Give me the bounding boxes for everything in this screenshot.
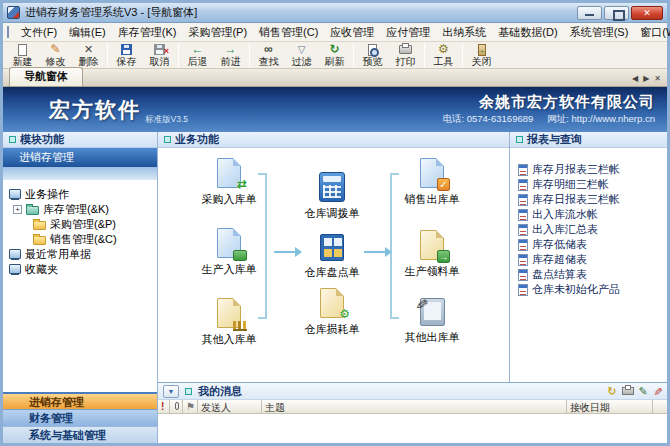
folder-icon [33,236,46,245]
report-icon [518,224,528,236]
company-phone: 电话: 0574-63169689 [442,113,533,126]
biz-item-other-out[interactable]: ✎ 其他出库单 [392,298,472,345]
menu-system[interactable]: 系统管理(S) [564,23,635,42]
tree-item-inventory[interactable]: + 库存管理(&K) [3,202,157,217]
report-icon [518,164,528,176]
cancel-button[interactable]: × 取消 [143,42,176,68]
preview-button[interactable]: 预览 [356,42,389,68]
refresh-messages-icon[interactable]: ↻ [607,386,616,397]
collapse-down-icon[interactable]: ▼ [163,385,179,398]
sender-column[interactable]: 发送人 [198,400,262,413]
received-date-column[interactable]: 接收日期 [567,400,653,413]
brand-edition: 标准版V3.5 [145,114,188,132]
menu-payable[interactable]: 应付管理 [380,23,436,42]
menu-basedata[interactable]: 基础数据(D) [492,23,563,42]
modify-button[interactable]: ✎ 修改 [39,42,72,68]
report-item[interactable]: 盘点结算表 [518,267,667,282]
menu-cashier[interactable]: 出纳系统 [436,23,492,42]
compose-message-icon[interactable]: ✎ [639,386,648,397]
red-pen-icon[interactable]: ✎ [652,386,663,395]
filter-button[interactable]: ▽ 过滤 [285,42,318,68]
priority-column[interactable]: ! [158,400,170,413]
close-form-button[interactable]: → 关闭 [465,42,498,68]
panel-square-icon [516,136,523,143]
delete-button[interactable]: ✕ 删除 [72,42,105,68]
biz-item-sales-out[interactable]: ✓ 销售出库单 [392,158,472,207]
report-item[interactable]: 仓库未初始化产品 [518,282,667,297]
module-button-system[interactable]: 系统与基础管理 [3,426,157,443]
biz-item-purchase-in[interactable]: ⇄ 采购入库单 [189,158,269,207]
report-item[interactable]: 库存明细三栏帐 [518,177,667,192]
module-tree: 业务操作 + 库存管理(&K) 采购管理(&P) 销售管理(&C) [3,180,157,392]
panel-square-icon [185,388,192,395]
tab-close-icon[interactable]: ✕ [654,74,661,83]
binoculars-icon: ∞ [264,43,273,56]
app-icon [7,6,20,19]
report-item[interactable]: 库存日报表三栏帐 [518,192,667,207]
tree-item-sales[interactable]: 销售管理(&C) [3,232,157,247]
biz-item-stocktake[interactable]: 仓库盘点单 [292,234,372,280]
forward-button[interactable]: → 前进 [214,42,247,68]
new-button[interactable]: 新建 [6,42,39,68]
tree-item-business-ops[interactable]: 业务操作 [3,187,157,202]
mdi-child-icon[interactable] [7,26,9,38]
tab-navigation-form[interactable]: 导航窗体 [9,67,83,86]
green-arrows-icon: ⇄ [237,177,247,191]
tree-item-purchase[interactable]: 采购管理(&P) [3,217,157,232]
machine-badge-icon [233,250,247,261]
tree-item-recent-docs[interactable]: 最近常用单据 [3,247,157,262]
maximize-icon[interactable] [604,6,629,20]
close-icon[interactable]: ✕ [631,6,663,20]
print-button[interactable]: 打印 [389,42,422,68]
tools-button[interactable]: ⚙ 工具 [427,42,460,68]
document-icon [217,228,241,258]
menu-window[interactable]: 窗口(W) [634,23,670,42]
report-item[interactable]: 库存低储表 [518,237,667,252]
report-icon [518,284,528,296]
biz-item-production-in[interactable]: 生产入库单 [189,228,269,277]
report-item[interactable]: 出入库汇总表 [518,222,667,237]
business-canvas: ⇄ 采购入库单 仓库调拨单 ✓ 销售出库单 [158,148,509,382]
save-button[interactable]: 保存 [110,42,143,68]
forward-arrow-icon: → [225,43,237,56]
menu-inventory[interactable]: 库存管理(K) [112,23,183,42]
print-messages-icon[interactable] [622,387,634,395]
menu-sales[interactable]: 销售管理(C) [253,23,324,42]
company-website: 网址: http://www.nherp.cn [547,113,655,126]
biz-item-material-issue[interactable]: → 生产领料单 [392,230,472,279]
report-item[interactable]: 库存月报表三栏帐 [518,162,667,177]
report-item[interactable]: 出入库流水帐 [518,207,667,222]
refresh-button[interactable]: ↻ 刷新 [318,42,351,68]
tab-scroll-left-icon[interactable]: ◀ [632,74,638,83]
business-panel-header: 业务功能 [158,132,509,148]
minimize-icon[interactable] [577,6,602,20]
attachment-column[interactable] [170,400,183,413]
biz-item-loss[interactable]: ⚙ 仓库损耗单 [292,288,372,337]
back-button[interactable]: ← 后退 [181,42,214,68]
computer-icon [9,249,21,261]
report-icon [518,254,528,266]
computer-icon [9,264,21,276]
subject-column[interactable]: 主题 [262,400,567,413]
report-icon [518,209,528,221]
expand-plus-icon[interactable]: + [13,205,22,214]
menu-edit[interactable]: 编辑(E) [63,23,112,42]
pencil-icon: ✎ [411,296,431,312]
messages-body[interactable] [158,414,667,443]
tree-item-favorites[interactable]: 收藏夹 [3,262,157,277]
module-button-finance[interactable]: 财务管理 [3,409,157,426]
module-group-bar[interactable]: 进销存管理 [3,148,157,167]
clipboard-icon: ✎ [420,298,445,326]
delete-x-icon: ✕ [84,43,93,56]
tab-scroll-right-icon[interactable]: ▶ [643,74,649,83]
menu-receivable[interactable]: 应收管理 [324,23,380,42]
find-button[interactable]: ∞ 查找 [252,42,285,68]
biz-item-transfer[interactable]: 仓库调拨单 [292,172,372,221]
report-item[interactable]: 库存超储表 [518,252,667,267]
flag-column[interactable]: ⚑ [183,400,198,413]
module-button-inventory[interactable]: 进销存管理 [3,392,157,409]
menu-purchase[interactable]: 采购管理(P) [182,23,253,42]
report-list: 库存月报表三栏帐 库存明细三栏帐 库存日报表三栏帐 出入库流水帐 出入库汇总表 … [510,148,667,382]
menu-file[interactable]: 文件(F) [15,23,63,42]
biz-item-other-in[interactable]: 其他入库单 [189,298,269,347]
